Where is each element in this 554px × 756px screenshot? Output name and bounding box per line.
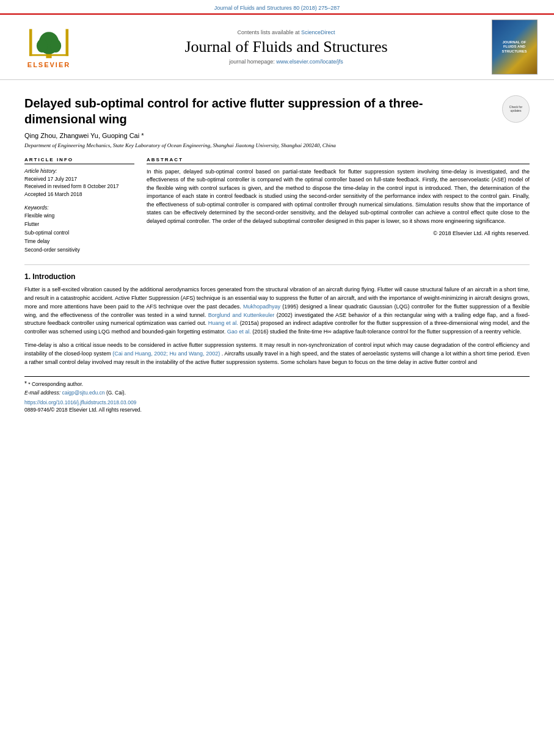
citation-text: Journal of Fluids and Structures 80 (201… xyxy=(214,5,340,11)
ref-huang-year: (2015a) xyxy=(240,320,259,326)
journal-citation: Journal of Fluids and Structures 80 (201… xyxy=(0,0,554,13)
contents-available: Contents lists available at ScienceDirec… xyxy=(92,29,481,35)
main-content: Delayed sub-optimal control for active f… xyxy=(0,80,554,422)
journal-homepage: journal homepage: www.elsevier.com/locat… xyxy=(92,59,481,65)
affiliation: Department of Engineering Mechanics, Sta… xyxy=(24,142,530,150)
page: Journal of Fluids and Structures 80 (201… xyxy=(0,0,554,756)
svg-rect-4 xyxy=(29,54,68,56)
authors-line: Qing Zhou, Zhangwei Yu, Guoping Cai * xyxy=(24,132,530,139)
journal-info-center: Contents lists available at ScienceDirec… xyxy=(86,29,487,65)
ref-hu[interactable]: Hu and Wang, 2002) xyxy=(169,351,220,357)
article-history: Article history: Received 17 July 2017 R… xyxy=(24,168,134,199)
section-divider xyxy=(24,264,530,265)
journal-cover: JOURNAL OF FLUIDS AND STRUCTURES xyxy=(487,20,542,75)
intro-p2-text: Time-delay is also a critical issue need… xyxy=(24,342,530,365)
history-label: Article history: xyxy=(24,168,134,174)
ref-gao-year: (2016) xyxy=(252,329,268,335)
cover-title-text: JOURNAL OF FLUIDS AND STRUCTURES xyxy=(501,40,527,54)
keywords-label: Keywords: xyxy=(24,205,134,211)
introduction-section: 1. Introduction Flutter is a self-excite… xyxy=(24,272,530,367)
intro-paragraph-2: Time-delay is also a critical issue need… xyxy=(24,341,530,367)
article-title-section: Delayed sub-optimal control for active f… xyxy=(24,89,530,127)
ref-cai[interactable]: (Cai and Huang, 2002; xyxy=(112,351,168,357)
footer: * * Corresponding author. E-mail address… xyxy=(24,376,530,413)
ref-mukhopadhyay-year: (1995) xyxy=(282,303,298,310)
keyword-3: Sub-optimal control xyxy=(24,230,134,237)
elsevier-logo-section: ELSEVIER xyxy=(12,26,86,68)
star-symbol: * xyxy=(24,380,27,387)
keywords-section: Keywords: Flexible wing Flutter Sub-opti… xyxy=(24,205,134,253)
article-info-header: ARTICLE INFO xyxy=(24,157,134,164)
homepage-link[interactable]: www.elsevier.com/locate/jfs xyxy=(276,59,343,65)
intro-paragraph-1: Flutter is a self-excited vibration caus… xyxy=(24,286,530,337)
cover-image: JOURNAL OF FLUIDS AND STRUCTURES xyxy=(492,20,538,75)
section-number: 1. Introduction xyxy=(24,272,75,281)
sciencedirect-link[interactable]: ScienceDirect xyxy=(301,29,335,35)
issn-line: 0889-9746/© 2018 Elsevier Ltd. All right… xyxy=(24,407,530,413)
ref-borglund[interactable]: Borglund and Kuttenkeuler xyxy=(208,312,274,318)
check-updates-icon: Check for updates xyxy=(502,95,530,123)
keyword-5: Second-order sensitivity xyxy=(24,247,134,254)
elsevier-tree-icon xyxy=(24,26,73,60)
ref-huang[interactable]: Huang et al. xyxy=(208,320,238,326)
copyright: © 2018 Elsevier Ltd. All rights reserved… xyxy=(147,230,530,236)
article-info-col: ARTICLE INFO Article history: Received 1… xyxy=(24,157,134,255)
keyword-4: Time delay xyxy=(24,238,134,245)
abstract-text: In this paper, delayed sub-optimal contr… xyxy=(147,168,530,226)
check-updates-badge: Check for updates xyxy=(502,95,530,123)
keyword-1: Flexible wing xyxy=(24,213,134,220)
received-date: Received 17 July 2017 xyxy=(24,176,134,183)
ref-gao[interactable]: Gao et al. xyxy=(227,329,251,335)
email-suffix: (G. Cai). xyxy=(106,390,126,396)
journal-header: ELSEVIER Contents lists available at Sci… xyxy=(0,13,554,80)
svg-point-3 xyxy=(50,39,61,53)
doi-link[interactable]: https://doi.org/10.1016/j.jfluidstructs.… xyxy=(24,399,136,405)
email-line: E-mail address: caigp@sjtu.edu.cn (G. Ca… xyxy=(24,390,530,396)
ref-mukhopadhyay[interactable]: Mukhopadhyay xyxy=(243,303,280,310)
elsevier-logo: ELSEVIER xyxy=(12,26,86,68)
author-names: Qing Zhou, Zhangwei Yu, Guoping Cai * xyxy=(24,132,144,139)
revised-date: Received in revised form 8 October 2017 xyxy=(24,183,134,191)
intro-title: 1. Introduction xyxy=(24,272,530,281)
article-title: Delayed sub-optimal control for active f… xyxy=(24,95,493,127)
keyword-2: Flutter xyxy=(24,221,134,228)
journal-title: Journal of Fluids and Structures xyxy=(92,38,481,56)
svg-rect-6 xyxy=(66,29,69,56)
doi-line: https://doi.org/10.1016/j.jfluidstructs.… xyxy=(24,399,530,405)
corresponding-note: * * Corresponding author. xyxy=(24,380,530,387)
ref-borglund-year: (2002) xyxy=(277,312,293,318)
abstract-header: ABSTRACT xyxy=(147,157,530,164)
svg-point-2 xyxy=(37,39,48,53)
svg-rect-5 xyxy=(29,29,32,56)
elsevier-brand: ELSEVIER xyxy=(27,61,70,68)
article-info-abstract: ARTICLE INFO Article history: Received 1… xyxy=(24,157,530,255)
abstract-col: ABSTRACT In this paper, delayed sub-opti… xyxy=(147,157,530,255)
email-label: E-mail address: xyxy=(24,390,60,396)
email-link[interactable]: caigp@sjtu.edu.cn xyxy=(62,390,104,396)
intro-p1-text: Flutter is a self-excited vibration caus… xyxy=(24,286,530,335)
gao-text: studied the finite-time H∞ adaptive faul… xyxy=(270,329,522,335)
accepted-date: Accepted 16 March 2018 xyxy=(24,191,134,198)
